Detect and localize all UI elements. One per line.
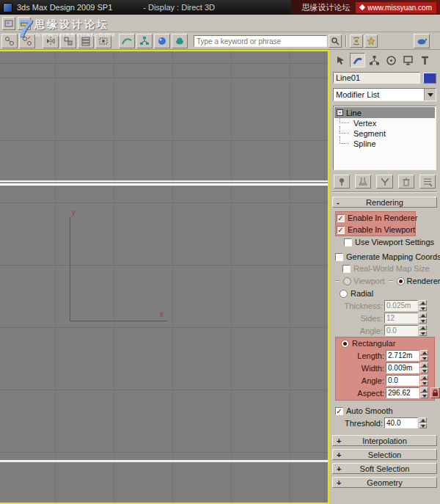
stack-item-spline[interactable]: Spline xyxy=(334,139,435,149)
rollout-geometry[interactable]: + Geometry xyxy=(332,477,437,488)
named-selection-icon[interactable] xyxy=(95,34,111,48)
aspect-spinner[interactable] xyxy=(420,387,428,398)
length-spinner[interactable] xyxy=(420,350,428,361)
rollout-soft-selection-title: Soft Selection xyxy=(360,464,410,473)
real-world-map-checkbox[interactable] xyxy=(342,265,351,273)
object-color-swatch[interactable] xyxy=(423,73,436,84)
width-label: Width: xyxy=(339,364,384,373)
renderer-radio[interactable] xyxy=(397,277,405,285)
dropdown-arrow-icon[interactable] xyxy=(424,89,436,101)
menu-bar xyxy=(0,15,440,32)
spline-object-top[interactable] xyxy=(0,180,328,186)
favorites-star-icon[interactable] xyxy=(364,34,378,48)
search-button[interactable] xyxy=(329,34,342,48)
unlink-selection-icon[interactable] xyxy=(19,34,35,48)
infocenter-search xyxy=(194,34,378,48)
rollout-interpolation-title: Interpolation xyxy=(362,437,407,445)
rollout-rendering[interactable]: - Rendering xyxy=(332,197,437,208)
thickness-field[interactable]: 0.025m xyxy=(384,300,418,311)
enable-in-viewport-label: Enable In Viewport xyxy=(348,225,415,234)
enable-in-renderer-label: Enable In Renderer xyxy=(348,213,417,222)
material-editor-icon[interactable] xyxy=(154,34,170,48)
sides-field[interactable]: 12 xyxy=(384,313,418,324)
modifier-stack[interactable]: - Line Vertex Segment Spline xyxy=(333,106,436,170)
angle-rect-spinner[interactable] xyxy=(420,375,428,386)
tab-utilities[interactable] xyxy=(417,53,433,67)
rollout-interpolation[interactable]: + Interpolation xyxy=(332,435,437,446)
auto-smooth-row[interactable]: ✓ Auto Smooth xyxy=(334,405,439,417)
rollout-soft-selection[interactable]: + Soft Selection xyxy=(332,463,437,474)
scene-icon[interactable] xyxy=(2,17,15,30)
mirror-icon[interactable] xyxy=(43,34,59,48)
stack-item-segment[interactable]: Segment xyxy=(334,128,435,139)
render-setup-icon[interactable] xyxy=(172,34,188,48)
threshold-field[interactable]: 40.0 xyxy=(384,417,418,428)
configure-modifier-sets-icon[interactable] xyxy=(419,175,436,189)
make-unique-icon[interactable] xyxy=(376,175,392,189)
aspect-field[interactable]: 296.62 xyxy=(386,387,419,398)
rectangular-radio-row[interactable]: Rectangular xyxy=(335,337,435,349)
threshold-spinner[interactable] xyxy=(419,417,427,428)
width-field[interactable]: 0.009m xyxy=(386,362,419,373)
thickness-label: Thickness: xyxy=(337,302,383,310)
auto-smooth-checkbox[interactable]: ✓ xyxy=(335,407,343,415)
threshold-label: Threshold: xyxy=(337,419,383,428)
communication-center-icon[interactable] xyxy=(350,34,363,48)
tab-create[interactable] xyxy=(333,53,348,67)
spline-object-bottom[interactable] xyxy=(0,460,328,462)
stack-toolbar xyxy=(334,175,436,189)
renderer-radio-label: Renderer xyxy=(407,277,440,285)
panel-separator xyxy=(332,191,437,193)
generate-mapping-checkbox[interactable] xyxy=(335,253,343,261)
watermark-site-url: www.missyuan.com xyxy=(356,2,436,13)
angle-radial-spinner[interactable] xyxy=(419,325,427,336)
pin-stack-icon[interactable] xyxy=(334,175,350,189)
angle-radial-field[interactable]: 0.0 xyxy=(384,325,418,336)
width-spinner[interactable] xyxy=(420,362,428,373)
length-field[interactable]: 2.712m xyxy=(386,350,419,361)
tab-motion[interactable] xyxy=(384,53,399,67)
modifier-list-dropdown[interactable]: Modifier List xyxy=(333,88,436,101)
command-panel: Modifier List - Line Vertex Segment Spli… xyxy=(329,50,440,504)
radial-radio[interactable] xyxy=(340,290,348,298)
rectangular-radio[interactable] xyxy=(341,340,349,348)
perspective-viewport[interactable]: y x xyxy=(0,50,329,504)
open-icon[interactable] xyxy=(18,17,31,30)
generate-mapping-row[interactable]: Generate Mapping Coords. xyxy=(334,251,439,263)
viewport-grid xyxy=(0,51,328,503)
enable-in-viewport-row[interactable]: ✓ Enable In Viewport xyxy=(335,224,416,235)
search-input[interactable] xyxy=(194,35,327,47)
rollout-expand-glyph: + xyxy=(337,436,341,446)
quick-render-icon[interactable] xyxy=(414,34,430,48)
object-name-field[interactable] xyxy=(333,72,420,84)
stack-item-vertex[interactable]: Vertex xyxy=(334,118,435,128)
thickness-spinner[interactable] xyxy=(419,300,427,311)
tab-display[interactable] xyxy=(400,53,416,67)
rectangular-radio-label: Rectangular xyxy=(352,339,395,348)
real-world-map-row[interactable]: Real-World Map Size xyxy=(334,263,439,274)
use-viewport-settings-row[interactable]: Use Viewport Settings xyxy=(334,236,439,248)
select-and-link-icon[interactable] xyxy=(1,34,18,48)
rollout-selection[interactable]: + Selection xyxy=(332,449,437,460)
use-viewport-settings-checkbox[interactable] xyxy=(344,238,352,246)
tab-hierarchy[interactable] xyxy=(367,53,382,67)
stack-item-line[interactable]: - Line xyxy=(334,107,435,118)
tab-modify[interactable] xyxy=(350,53,365,67)
enable-in-renderer-checkbox[interactable]: ✓ xyxy=(337,214,345,222)
rollout-collapse-glyph: - xyxy=(337,197,340,208)
enable-in-renderer-row[interactable]: ✓ Enable In Renderer xyxy=(335,212,416,224)
collapse-icon[interactable]: - xyxy=(337,109,343,116)
align-icon[interactable] xyxy=(60,34,76,48)
enable-in-viewport-checkbox[interactable]: ✓ xyxy=(337,226,345,234)
sides-spinner[interactable] xyxy=(419,313,427,324)
layer-manager-icon[interactable] xyxy=(78,34,94,48)
remove-modifier-icon[interactable] xyxy=(398,175,414,189)
angle-rect-field[interactable]: 0.0 xyxy=(386,375,419,386)
rollout-expand-glyph: + xyxy=(337,478,341,488)
schematic-view-icon[interactable] xyxy=(136,34,153,48)
curve-editor-icon[interactable] xyxy=(119,34,135,48)
show-end-result-icon[interactable] xyxy=(355,175,371,189)
radial-radio-row[interactable]: Radial xyxy=(334,288,439,299)
viewport-radio[interactable] xyxy=(343,277,351,285)
aspect-lock-icon[interactable] xyxy=(430,387,440,398)
